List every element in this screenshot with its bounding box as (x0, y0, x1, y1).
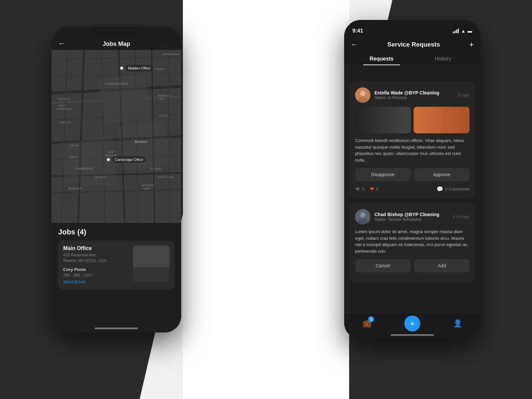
map-back-button[interactable]: ← (58, 39, 66, 48)
add-nav-icon: + (404, 316, 420, 332)
left-phone-screen: CHARLESTOWN Boston FINANCIAL DISTRICT EA… (52, 27, 181, 332)
svg-rect-60 (356, 122, 410, 123)
malden-label: Malden Office (125, 65, 153, 71)
send-email-link[interactable]: Send Email (63, 279, 129, 284)
wifi-icon: ▲ (461, 28, 466, 34)
svg-text:Condor St: Condor St (158, 114, 169, 117)
cambridge-office-pin[interactable]: Cambridge Office (106, 156, 146, 163)
svg-text:Storrow Dr: Storrow Dr (95, 176, 106, 178)
cancel-button[interactable]: Cancel (355, 259, 411, 272)
svg-text:Mystic Ave: Mystic Ave (60, 121, 71, 124)
views-count: 👁 5 (355, 186, 364, 192)
status-bar: 9:41 ▲ ▬ (344, 20, 480, 37)
svg-rect-57 (356, 107, 410, 133)
view-number: 5 (362, 187, 364, 192)
left-phone: CHARLESTOWN Boston FINANCIAL DISTRICT EA… (52, 27, 181, 332)
status-icons: ▲ ▬ (453, 28, 472, 34)
sr-card-chad: Chad Bishop @BYP Cleaning Status: Servic… (349, 203, 475, 283)
nav-item-jobs[interactable]: 💼 3 (359, 316, 375, 332)
sr-estella-photos (355, 107, 469, 133)
comments-text: 0 Comments (445, 187, 469, 192)
nav-badge: 3 (368, 316, 374, 322)
sr-scroll-area[interactable]: Estella Wade @BYP Cleaning Status: In Pr… (344, 76, 480, 313)
tab-history[interactable]: History (412, 53, 474, 65)
svg-text:JEFFRIES: JEFFRIES (141, 184, 154, 187)
svg-text:ADMIRALS: ADMIRALS (158, 94, 170, 97)
likes-count: ❤ 3 (370, 186, 378, 192)
sr-estella-social: 👁 5 ❤ 3 💬 0 Comments (355, 186, 469, 192)
sr-chad-actions: Cancel Add (355, 259, 469, 272)
sr-chad-status: Status: Service Scheduled (374, 217, 449, 222)
likes-number: 3 (376, 187, 378, 192)
comments-count: 💬 0 Comments (437, 186, 469, 192)
map-container: CHARLESTOWN Boston FINANCIAL DISTRICT EA… (52, 27, 181, 223)
approve-button[interactable]: Approve (414, 168, 469, 181)
sr-photo-2 (414, 107, 469, 133)
nike-store-image (133, 245, 170, 282)
svg-rect-59 (360, 123, 406, 132)
sr-estella-name: Estella Wade @BYP Cleaning (374, 90, 453, 95)
jobs-nav-icon: 💼 3 (359, 316, 375, 332)
svg-point-56 (360, 91, 365, 96)
svg-text:CAMBRIDGE: CAMBRIDGE (75, 167, 93, 170)
sr-chad-description: Lorem ipsum dolor sit amet, magna semper… (355, 228, 469, 254)
comment-icon: 💬 (437, 186, 443, 192)
signal-icon (453, 29, 459, 33)
svg-text:TD Garden: TD Garden (150, 168, 161, 170)
sr-estella-info: Estella Wade @BYP Cleaning Status: In Pr… (374, 90, 453, 100)
add-button[interactable]: Add (414, 259, 469, 272)
sr-estella-status: Status: In Process (374, 95, 453, 100)
signal-bar-2 (455, 31, 456, 33)
bg-white-center (183, 0, 349, 399)
svg-text:BACK BAY: BACK BAY (68, 187, 83, 190)
avatar-estella (355, 87, 370, 103)
sr-photo-1 (355, 107, 411, 133)
nav-item-profile[interactable]: 👤 (450, 316, 466, 332)
sr-chad-time: 5 hrs ago (453, 214, 469, 219)
sr-estella-time: 1h ago (457, 93, 469, 97)
job-info: Main Office 420 Reservoir Ave, Revere, M… (63, 245, 129, 284)
svg-rect-64 (442, 117, 465, 132)
svg-text:Sumner Tunnel: Sumner Tunnel (158, 176, 174, 178)
job-phone: 256 - 956 - 1287 (63, 273, 129, 278)
sr-card-estella: Estella Wade @BYP Cleaning Status: In Pr… (349, 81, 475, 198)
svg-rect-70 (360, 216, 365, 218)
plus-nav-icon: + (410, 319, 415, 329)
svg-text:OMERVILLE: OMERVILLE (57, 107, 72, 110)
svg-rect-48 (133, 245, 170, 265)
notch (91, 27, 141, 37)
jobs-count: Jobs (4) (58, 228, 175, 236)
svg-text:EAST: EAST (58, 104, 65, 107)
profile-nav-icon: 👤 (450, 316, 466, 332)
sr-card-chad-header: Chad Bishop @BYP Cleaning Status: Servic… (355, 209, 469, 224)
nav-item-add[interactable]: + (404, 316, 420, 332)
job-address: 420 Reservoir Ave, Revere, MA 02151, USA (63, 252, 129, 264)
user-icon: 👤 (453, 319, 462, 328)
svg-rect-50 (136, 267, 166, 270)
sr-chad-name: Chad Bishop @BYP Cleaning (374, 212, 449, 217)
home-indicator-right (391, 334, 434, 336)
signal-bar-3 (456, 30, 457, 33)
sr-back-button[interactable]: ← (351, 40, 358, 49)
signal-bar-1 (453, 32, 454, 33)
job-contact: Cory Poole (63, 267, 129, 272)
svg-text:POINT: POINT (142, 187, 151, 190)
svg-rect-47 (133, 245, 170, 282)
sr-chad-info: Chad Bishop @BYP Cleaning Status: Servic… (374, 212, 449, 222)
svg-rect-49 (133, 265, 170, 282)
svg-text:Northeast Expy: Northeast Expy (163, 53, 179, 56)
signal-bar-4 (458, 29, 459, 33)
svg-text:CHARLESTOWN: CHARLESTOWN (105, 82, 128, 85)
malden-office-pin[interactable]: Malden Office (120, 65, 153, 71)
svg-text:EAST: EAST (108, 151, 115, 154)
svg-rect-62 (415, 107, 468, 117)
cambridge-label: Cambridge Office (112, 156, 146, 163)
disapprove-button[interactable]: Disapprove (355, 168, 411, 181)
sr-header: ← Service Requests + (344, 37, 480, 49)
sr-add-button[interactable]: + (469, 40, 474, 49)
svg-text:Boston: Boston (135, 140, 147, 144)
tab-requests[interactable]: Requests (351, 53, 412, 65)
svg-text:EN HILLS: EN HILLS (58, 97, 70, 100)
job-card-main[interactable]: Main Office 420 Reservoir Ave, Revere, M… (58, 240, 175, 289)
home-indicator-left (95, 328, 138, 329)
